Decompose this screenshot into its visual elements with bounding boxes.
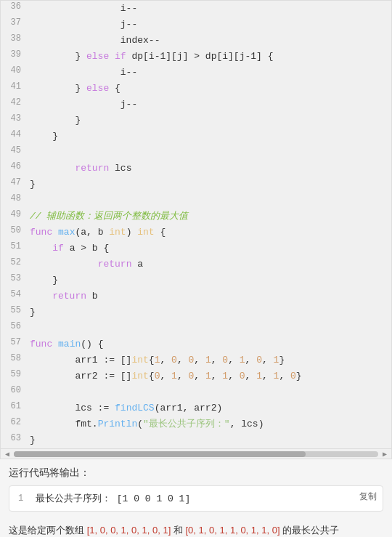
code-line-47: 47 } — [1, 177, 391, 193]
code-line-44: 44 } — [1, 129, 391, 145]
line-num-40: 40 — [1, 65, 27, 76]
line-code-42: j-- — [27, 97, 391, 113]
code-line-41: 41 } else { — [1, 81, 391, 97]
line-num-47: 47 — [1, 177, 27, 188]
line-num-46: 46 — [1, 161, 27, 172]
line-code-51: if a > b { — [27, 241, 391, 257]
code-line-36: 36 i-- — [1, 1, 391, 17]
line-num-51: 51 — [1, 241, 27, 252]
line-code-56 — [27, 320, 391, 336]
line-num-45: 45 — [1, 145, 27, 156]
line-code-38: index-- — [27, 33, 391, 49]
code-line-37: 37 j-- — [1, 17, 391, 33]
copy-button[interactable]: 复制 — [359, 490, 377, 503]
line-code-47: } — [27, 177, 391, 193]
code-line-63: 63 } — [1, 432, 391, 448]
line-code-61: lcs := findLCS(arr1, arr2) — [27, 400, 391, 416]
code-line-39: 39 } else if dp[i-1][j] > dp[i][j-1] { — [1, 49, 391, 65]
code-line-46: 46 return lcs — [1, 161, 391, 177]
output-text-1: 最长公共子序列： [1 0 0 1 0 1] — [36, 492, 190, 505]
line-num-62: 62 — [1, 416, 27, 428]
line-num-38: 38 — [1, 33, 27, 44]
code-line-59: 59 arr2 := []int{0, 1, 0, 1, 1, 0, 1, 1,… — [1, 368, 391, 384]
output-line-1: 1 最长公共子序列： [1 0 0 1 0 1] — [18, 492, 374, 505]
line-code-60 — [27, 384, 391, 400]
code-line-52: 52 return a — [1, 257, 391, 272]
code-line-49: 49 // 辅助函数：返回两个整数的最大值 — [1, 209, 391, 225]
line-code-62: fmt.Println("最长公共子序列：", lcs) — [27, 416, 391, 432]
line-code-39: } else if dp[i-1][j] > dp[i][j-1] { — [27, 49, 391, 65]
code-line-48: 48 — [1, 193, 391, 209]
line-num-48: 48 — [1, 193, 27, 204]
code-line-55: 55 } — [1, 304, 391, 320]
horizontal-scrollbar-area: ◀ ▶ — [1, 448, 391, 459]
array2-highlight: [0, 1, 0, 1, 1, 0, 1, 1, 0] — [186, 525, 280, 536]
line-num-52: 52 — [1, 257, 27, 268]
horizontal-scrollbar[interactable] — [14, 451, 378, 457]
output-line-number-1: 1 — [18, 493, 30, 504]
code-line-38: 38 index-- — [1, 33, 391, 49]
code-line-51: 51 if a > b { — [1, 241, 391, 257]
scroll-right-arrow[interactable]: ▶ — [381, 450, 388, 459]
line-num-39: 39 — [1, 49, 27, 60]
line-num-43: 43 — [1, 113, 27, 124]
code-line-40: 40 i-- — [1, 65, 391, 81]
output-section: 运行代码将输出： 复制 1 最长公共子序列： [1 0 0 1 0 1] — [0, 459, 392, 517]
line-code-54: return b — [27, 288, 391, 304]
line-num-61: 61 — [1, 400, 27, 412]
line-num-54: 54 — [1, 288, 27, 300]
line-num-50: 50 — [1, 225, 27, 236]
line-num-58: 58 — [1, 352, 27, 364]
line-num-49: 49 — [1, 209, 27, 220]
code-line-50: 50 func max(a, b int) int { — [1, 225, 391, 241]
line-code-50: func max(a, b int) int { — [27, 225, 391, 241]
line-code-36: i-- — [27, 1, 391, 17]
line-code-57: func main() { — [27, 336, 391, 352]
line-code-58: arr1 := []int{1, 0, 0, 1, 0, 1, 0, 1} — [27, 352, 391, 368]
description-suffix: 的最长公共子 — [280, 525, 340, 536]
code-line-53: 53 } — [1, 272, 391, 288]
code-line-45: 45 — [1, 145, 391, 161]
code-line-62: 62 fmt.Println("最长公共子序列：", lcs) — [1, 416, 391, 432]
line-num-37: 37 — [1, 17, 27, 28]
line-code-52: return a — [27, 257, 391, 272]
line-num-55: 55 — [1, 304, 27, 316]
output-label: 运行代码将输出： — [9, 467, 383, 480]
line-code-37: j-- — [27, 17, 391, 33]
line-num-42: 42 — [1, 97, 27, 108]
line-num-59: 59 — [1, 368, 27, 380]
line-num-60: 60 — [1, 384, 27, 396]
line-code-45 — [27, 145, 391, 161]
line-code-43: } — [27, 113, 391, 129]
scroll-left-arrow[interactable]: ◀ — [4, 450, 11, 459]
line-code-46: return lcs — [27, 161, 391, 177]
code-line-58: 58 arr1 := []int{1, 0, 0, 1, 0, 1, 0, 1} — [1, 352, 391, 368]
line-num-56: 56 — [1, 320, 27, 332]
code-line-43: 43 } — [1, 113, 391, 129]
line-code-48 — [27, 193, 391, 209]
line-code-41: } else { — [27, 81, 391, 97]
code-line-61: 61 lcs := findLCS(arr1, arr2) — [1, 400, 391, 416]
scrollbar-thumb — [14, 451, 306, 457]
line-code-59: arr2 := []int{0, 1, 0, 1, 1, 0, 1, 1, 0} — [27, 368, 391, 384]
line-code-55: } — [27, 304, 391, 320]
code-line-57: 57 func main() { — [1, 336, 391, 352]
line-code-44: } — [27, 129, 391, 145]
line-code-53: } — [27, 272, 391, 288]
line-num-63: 63 — [1, 432, 27, 444]
line-num-53: 53 — [1, 272, 27, 284]
line-num-36: 36 — [1, 1, 27, 12]
code-editor: 36 i-- 37 j-- 38 index-- 39 } else if dp… — [0, 0, 392, 459]
line-num-41: 41 — [1, 81, 27, 92]
line-num-57: 57 — [1, 336, 27, 348]
description-text: 这是给定两个数组 — [9, 525, 87, 536]
code-line-42: 42 j-- — [1, 97, 391, 113]
array1-highlight: [1, 0, 0, 1, 0, 1, 0, 1] — [87, 525, 171, 536]
output-box: 复制 1 最长公共子序列： [1 0 0 1 0 1] — [9, 485, 383, 512]
line-code-40: i-- — [27, 65, 391, 81]
description: 这是给定两个数组 [1, 0, 0, 1, 0, 1, 0, 1] 和 [0, … — [0, 517, 392, 537]
line-code-49: // 辅助函数：返回两个整数的最大值 — [27, 209, 391, 225]
code-line-54: 54 return b — [1, 288, 391, 304]
code-line-60: 60 — [1, 384, 391, 400]
line-code-63: } — [27, 432, 391, 448]
